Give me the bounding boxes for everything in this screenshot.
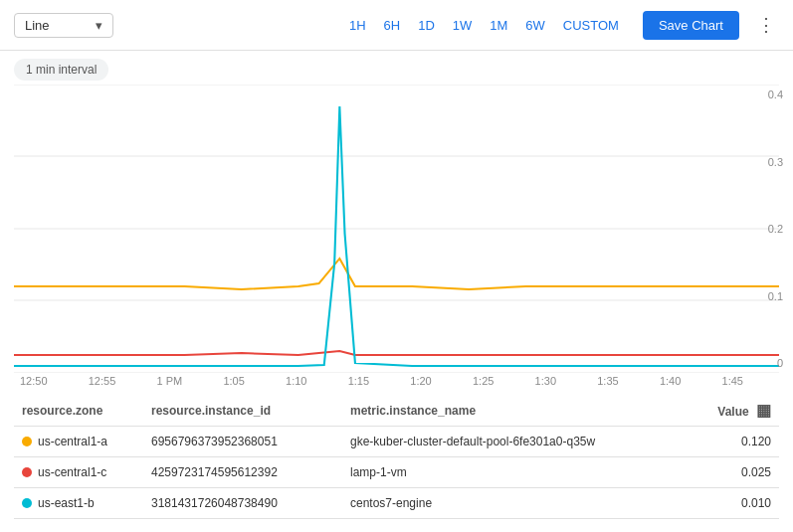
table-row: us-east1-b 3181431726048738490 centos7-e… xyxy=(14,488,779,519)
y-label-02: 0.2 xyxy=(753,223,783,235)
zone-dot xyxy=(22,498,32,508)
time-filter-6w[interactable]: 6W xyxy=(523,14,547,37)
time-filter-custom[interactable]: CUSTOM xyxy=(561,14,621,37)
x-label-7: 1:25 xyxy=(473,375,494,387)
value-cell: 0.025 xyxy=(699,457,779,488)
x-label-11: 1:45 xyxy=(722,375,743,387)
zone-label: us-central1-c xyxy=(38,465,106,479)
legend-table: resource.zone resource.instance_id metri… xyxy=(14,395,779,519)
zone-cell: us-central1-a xyxy=(14,427,143,457)
col-header-value: Value ▦ xyxy=(699,395,779,427)
col-header-zone: resource.zone xyxy=(14,395,143,427)
y-axis-labels: 0.4 0.3 0.2 0.1 0 xyxy=(753,85,783,373)
header: Line ▾ 1H 6H 1D 1W 1M 6W CUSTOM Save Cha… xyxy=(0,0,793,51)
column-settings-icon[interactable]: ▦ xyxy=(756,402,771,419)
value-cell: 0.010 xyxy=(699,488,779,519)
table-row: us-central1-c 4259723174595612392 lamp-1… xyxy=(14,457,779,488)
instance-id-cell: 695679637395236​8051 xyxy=(143,427,342,457)
x-label-8: 1:30 xyxy=(535,375,556,387)
x-label-5: 1:15 xyxy=(348,375,369,387)
time-filter-6h[interactable]: 6H xyxy=(382,14,403,37)
value-cell: 0.120 xyxy=(699,427,779,457)
y-label-01: 0.1 xyxy=(753,290,783,302)
zone-cell: us-central1-c xyxy=(14,457,143,488)
time-filter-1h[interactable]: 1H xyxy=(347,14,368,37)
zone-dot xyxy=(22,437,32,446)
y-label-03: 0.3 xyxy=(753,156,783,168)
instance-id-cell: 4259723174595612392 xyxy=(143,457,342,488)
chart-type-dropdown[interactable]: Line ▾ xyxy=(14,13,113,38)
metric-cell: gke-kuber-cluster-default-pool-6fe301a0-… xyxy=(342,427,699,457)
time-filter-group: 1H 6H 1D 1W 1M 6W CUSTOM Save Chart ⋮ xyxy=(347,10,779,40)
x-label-6: 1:20 xyxy=(410,375,431,387)
x-label-2: 1 PM xyxy=(157,375,183,387)
time-filter-1d[interactable]: 1D xyxy=(416,14,437,37)
x-label-3: 1:05 xyxy=(223,375,244,387)
time-filter-1w[interactable]: 1W xyxy=(451,14,475,37)
y-label-0: 0 xyxy=(753,357,783,369)
zone-cell: us-east1-b xyxy=(14,488,143,519)
x-label-10: 1:40 xyxy=(660,375,681,387)
metric-cell: centos7-engine xyxy=(342,488,699,519)
zone-label: us-east1-b xyxy=(38,496,95,510)
y-label-04: 0.4 xyxy=(753,89,783,100)
save-chart-button[interactable]: Save Chart xyxy=(643,11,739,40)
chart-svg xyxy=(14,85,779,373)
time-filter-1m[interactable]: 1M xyxy=(488,14,509,37)
interval-badge: 1 min interval xyxy=(14,59,108,81)
metric-cell: lamp-1-vm xyxy=(342,457,699,488)
more-options-button[interactable]: ⋮ xyxy=(753,10,779,40)
zone-label: us-central1-a xyxy=(38,435,107,448)
line-teal xyxy=(14,106,779,366)
line-red xyxy=(14,351,779,355)
instance-id-cell: 3181431726048738490 xyxy=(143,488,342,519)
chart-type-label: Line xyxy=(25,18,50,33)
col-header-metric: metric.instance_name xyxy=(342,395,699,427)
chart-container: 0.4 0.3 0.2 0.1 0 xyxy=(14,85,779,373)
x-label-4: 1:10 xyxy=(286,375,306,387)
line-orange xyxy=(14,259,779,289)
x-axis-labels: 12:50 12:55 1 PM 1:05 1:10 1:15 1:20 1:2… xyxy=(14,375,779,387)
col-header-instance: resource.instance_id xyxy=(143,395,342,427)
zone-dot xyxy=(22,467,32,477)
table-row: us-central1-a 695679637395236​8051 gke-k… xyxy=(14,427,779,457)
x-label-0: 12:50 xyxy=(20,375,48,387)
x-label-9: 1:35 xyxy=(597,375,618,387)
dropdown-arrow-icon: ▾ xyxy=(96,18,102,33)
x-label-1: 12:55 xyxy=(89,375,116,387)
